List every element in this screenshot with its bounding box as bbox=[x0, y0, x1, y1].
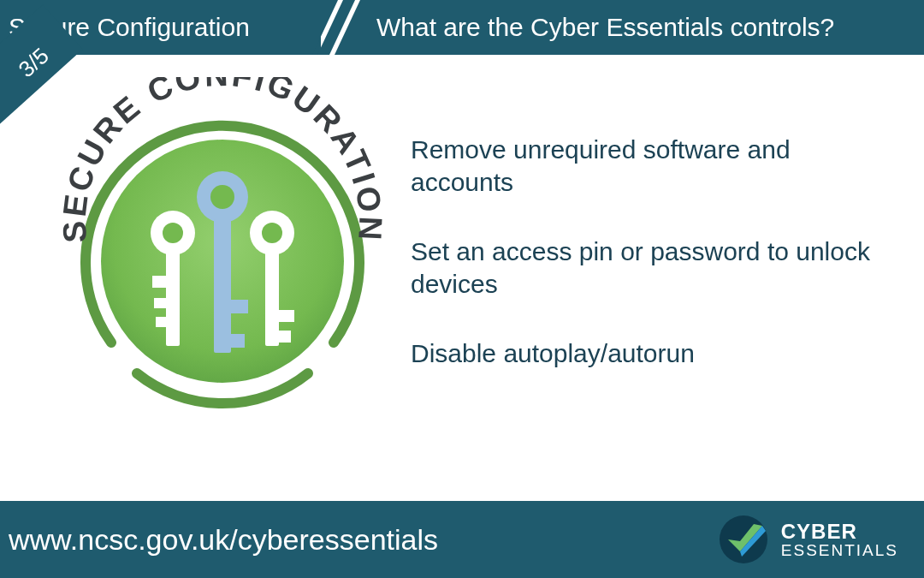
bullet-list: Remove unrequired software and accounts … bbox=[411, 55, 924, 501]
logo-line-2: ESSENTIALS bbox=[781, 542, 898, 558]
bullet-item: Disable autoplay/autorun bbox=[411, 337, 898, 370]
footer-url: www.ncsc.gov.uk/cyberessentials bbox=[9, 523, 438, 557]
logo-line-1: CYBER bbox=[781, 521, 898, 542]
svg-rect-19 bbox=[231, 334, 245, 348]
header-right-title: What are the Cyber Essentials controls? bbox=[376, 13, 834, 42]
header-right-panel: What are the Cyber Essentials controls? bbox=[364, 0, 924, 55]
svg-rect-8 bbox=[154, 298, 168, 308]
svg-point-11 bbox=[262, 223, 282, 243]
svg-rect-6 bbox=[166, 252, 180, 346]
svg-rect-13 bbox=[279, 310, 294, 322]
footer-bar: www.ncsc.gov.uk/cyberessentials CYBER ES… bbox=[0, 501, 924, 578]
cyber-essentials-logo-text: CYBER ESSENTIALS bbox=[781, 521, 898, 558]
svg-point-16 bbox=[210, 185, 234, 209]
cyber-essentials-tick-icon bbox=[716, 512, 771, 567]
svg-rect-14 bbox=[279, 331, 291, 343]
svg-point-5 bbox=[163, 223, 183, 243]
svg-rect-12 bbox=[265, 252, 279, 346]
svg-rect-18 bbox=[231, 300, 248, 313]
main-content: SECURE CONFIGURATION Remove unrequired s… bbox=[0, 55, 924, 501]
bullet-item: Remove unrequired software and accounts bbox=[411, 134, 898, 200]
svg-marker-1 bbox=[317, 0, 355, 55]
bullet-item: Set an access pin or password to unlock … bbox=[411, 235, 898, 301]
svg-rect-17 bbox=[214, 219, 231, 353]
secure-configuration-badge-icon: SECURE CONFIGURATION bbox=[51, 77, 394, 420]
cyber-essentials-logo: CYBER ESSENTIALS bbox=[716, 512, 898, 567]
header-bar: Secure Configuration What are the Cyber … bbox=[0, 0, 924, 55]
svg-rect-7 bbox=[152, 276, 168, 288]
badge-area: SECURE CONFIGURATION bbox=[0, 55, 411, 501]
svg-rect-9 bbox=[156, 317, 168, 327]
